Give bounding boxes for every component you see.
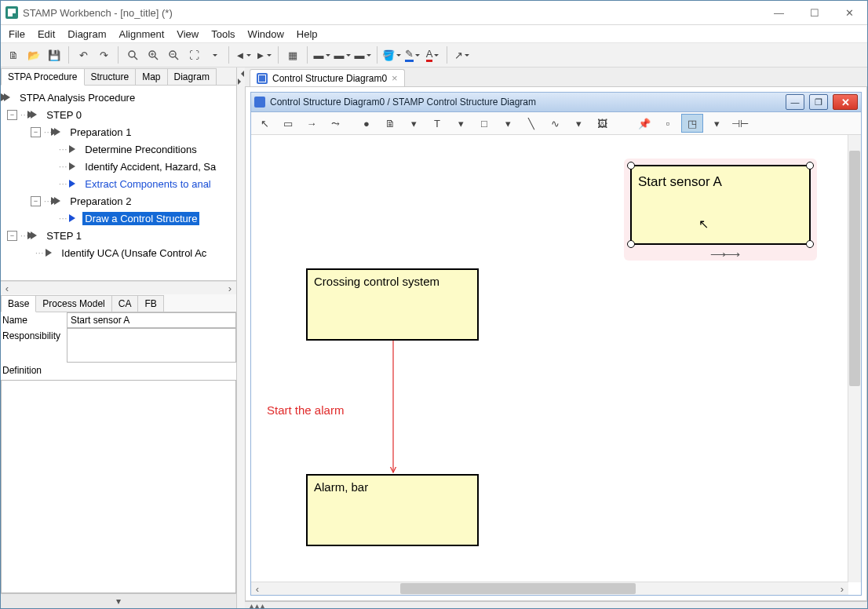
zoom-icon[interactable] <box>123 46 142 64</box>
scroll-right-icon[interactable]: › <box>224 282 236 294</box>
snap-corner-icon[interactable]: ◳ <box>681 114 703 133</box>
tab-base[interactable]: Base <box>1 295 36 312</box>
text-dropdown[interactable]: ▾ <box>450 115 471 132</box>
tree-root[interactable]: STPA Analysis Procedure <box>1 89 236 106</box>
tree-item-selected[interactable]: ··· Draw a Control Structure <box>1 210 236 227</box>
pin-icon[interactable]: 📌 <box>634 115 655 132</box>
snap-guide-icon[interactable]: ⊣⊢ <box>730 115 750 132</box>
canvas-hscroll[interactable]: ‹ › <box>251 582 848 595</box>
redo-icon[interactable]: ↷ <box>94 46 113 64</box>
open-icon[interactable]: 📂 <box>24 46 43 64</box>
pointer-tool-icon[interactable]: ↖ <box>254 115 275 132</box>
snap-point-icon[interactable]: ▫ <box>658 115 678 132</box>
resize-handle[interactable] <box>806 162 814 170</box>
menu-file[interactable]: File <box>4 27 30 42</box>
rect-dropdown[interactable]: ▾ <box>498 115 518 132</box>
menu-tools[interactable]: Tools <box>206 27 239 42</box>
menu-window[interactable]: Window <box>243 27 289 42</box>
collapse-icon[interactable]: − <box>7 231 17 241</box>
subwindow-minimize-button[interactable]: — <box>786 94 804 110</box>
line-color-icon[interactable]: ✎ <box>403 46 421 64</box>
note-dropdown[interactable]: ▾ <box>403 115 424 132</box>
curve-dropdown[interactable]: ▾ <box>568 115 589 132</box>
connector-style-icon[interactable]: ↗ <box>452 46 471 64</box>
responsibility-field[interactable] <box>67 328 236 363</box>
tree-prep1[interactable]: −··· Preparation 1 <box>1 123 236 140</box>
fill-color-icon[interactable]: 🪣 <box>382 46 401 64</box>
tree-item[interactable]: ··· Extract Components to anal <box>1 175 236 192</box>
component-start-sensor-selected[interactable]: Start sensor A ⟶⟶ ↖ <box>624 159 817 261</box>
scroll-right-icon[interactable]: › <box>836 582 848 595</box>
component-crossing-control[interactable]: Crossing control system <box>306 268 479 341</box>
tab-map[interactable]: Map <box>135 68 167 85</box>
snap-dropdown[interactable]: ▾ <box>706 115 727 132</box>
back-icon[interactable]: ◄ <box>234 46 253 64</box>
note-tool-icon[interactable]: 🗎 <box>380 115 400 132</box>
menu-edit[interactable]: Edit <box>33 27 60 42</box>
collapse-icon[interactable]: − <box>31 196 41 206</box>
image-tool-icon[interactable]: 🖼 <box>592 115 612 132</box>
point-tool-icon[interactable]: ● <box>356 115 377 132</box>
menu-alignment[interactable]: Alignment <box>114 27 169 42</box>
text-tool-icon[interactable]: T <box>427 115 447 132</box>
link-label[interactable]: Start the alarm <box>267 403 344 417</box>
forward-icon[interactable]: ► <box>254 46 273 64</box>
resize-handle[interactable] <box>627 240 635 248</box>
tab-control-structure-diagram[interactable]: Control Structure Diagram0 × <box>250 69 405 86</box>
scroll-left-icon[interactable]: ‹ <box>251 582 264 595</box>
panel-collapse-button[interactable]: ▾ <box>1 593 236 608</box>
tree-prep2[interactable]: −··· Preparation 2 <box>1 192 236 210</box>
collapse-icon[interactable]: − <box>7 110 17 120</box>
vertical-splitter[interactable] <box>237 67 245 608</box>
subwindow-close-button[interactable]: ✕ <box>833 94 858 110</box>
tab-ca[interactable]: CA <box>111 295 139 312</box>
collapse-icon[interactable]: − <box>31 127 41 137</box>
fit-icon[interactable]: ⛶ <box>184 46 203 64</box>
bottom-splitter[interactable]: ▴▴▴ <box>245 601 867 608</box>
tab-process-model[interactable]: Process Model <box>35 295 111 312</box>
definition-field[interactable] <box>1 380 236 593</box>
procedure-tree[interactable]: STPA Analysis Procedure −··· STEP 0 −···… <box>1 86 236 281</box>
tree-hscroll[interactable]: ‹ › <box>1 281 236 294</box>
undo-icon[interactable]: ↶ <box>74 46 93 64</box>
close-button[interactable]: ✕ <box>832 2 867 24</box>
resize-handle[interactable] <box>627 162 635 170</box>
align-right-icon[interactable]: ▬ <box>353 46 372 64</box>
save-icon[interactable]: 💾 <box>45 46 64 64</box>
zoom-out-icon[interactable] <box>164 46 183 64</box>
control-link-tool-icon[interactable]: → <box>301 115 322 132</box>
maximize-button[interactable]: ☐ <box>797 2 832 24</box>
scroll-left-icon[interactable]: ‹ <box>1 282 13 294</box>
tab-close-icon[interactable]: × <box>392 72 398 84</box>
scrollbar-thumb[interactable] <box>400 583 636 594</box>
rect-tool-icon[interactable]: □ <box>474 115 494 132</box>
diagram-canvas[interactable]: Crossing control system Alarm, bar Start… <box>251 135 861 595</box>
curve-tool-icon[interactable]: ∿ <box>545 115 565 132</box>
menu-view[interactable]: View <box>172 27 203 42</box>
resize-handle[interactable] <box>806 240 814 248</box>
subwindow-restore-button[interactable]: ❐ <box>809 94 828 110</box>
zoom-dropdown[interactable] <box>205 46 224 64</box>
component-tool-icon[interactable]: ▭ <box>278 115 298 132</box>
tree-item[interactable]: ··· Identify Accident, Hazard, Sa <box>1 158 236 175</box>
tab-diagram[interactable]: Diagram <box>167 68 217 85</box>
tree-step0[interactable]: −··· STEP 0 <box>1 106 236 123</box>
tab-fb[interactable]: FB <box>137 295 163 312</box>
tree-step1[interactable]: −··· STEP 1 <box>1 227 236 244</box>
tab-structure[interactable]: Structure <box>84 68 137 85</box>
subwindow-titlebar[interactable]: Control Structure Diagram0 / STAMP Contr… <box>251 93 861 112</box>
align-left-icon[interactable]: ▬ <box>312 46 331 64</box>
align-center-icon[interactable]: ▬ <box>333 46 352 64</box>
canvas-vscroll[interactable] <box>848 135 861 582</box>
tab-stpa-procedure[interactable]: STPA Procedure <box>1 68 85 86</box>
tree-item[interactable]: ··· Determine Preconditions <box>1 140 236 158</box>
name-field[interactable]: Start sensor A <box>67 312 236 328</box>
scrollbar-thumb[interactable] <box>849 151 860 386</box>
feedback-link-tool-icon[interactable]: ⤳ <box>325 115 345 132</box>
line-tool-icon[interactable]: ╲ <box>521 115 542 132</box>
component-alarm-bar[interactable]: Alarm, bar <box>306 474 479 546</box>
minimize-button[interactable]: — <box>761 2 797 24</box>
menu-help[interactable]: Help <box>292 27 323 42</box>
menu-diagram[interactable]: Diagram <box>63 27 111 42</box>
new-icon[interactable]: 🗎 <box>4 46 23 64</box>
